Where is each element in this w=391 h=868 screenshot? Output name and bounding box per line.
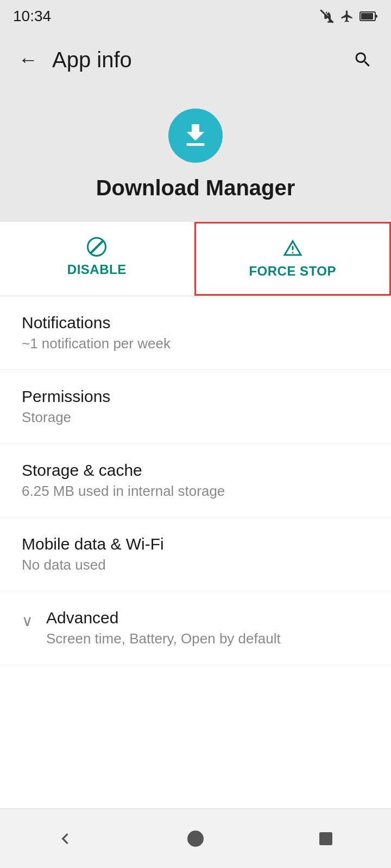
- search-button[interactable]: [348, 44, 378, 75]
- notifications-content: Notifications ~1 notification per week: [22, 314, 369, 352]
- app-name: Download Manager: [96, 176, 295, 200]
- nav-back-button[interactable]: [43, 817, 87, 860]
- content-list: Notifications ~1 notification per week P…: [0, 296, 391, 808]
- mobile-data-item[interactable]: Mobile data & Wi-Fi No data used: [0, 518, 391, 591]
- advanced-title: Advanced: [46, 609, 369, 627]
- disable-button[interactable]: DISABLE: [0, 222, 194, 296]
- app-header: Download Manager: [0, 87, 391, 222]
- mobile-data-subtitle: No data used: [22, 557, 369, 573]
- search-icon: [353, 50, 373, 69]
- storage-cache-content: Storage & cache 6.25 MB used in internal…: [22, 461, 369, 500]
- warning-icon: [283, 239, 302, 258]
- nav-recents-icon: [317, 830, 335, 847]
- svg-point-5: [187, 831, 204, 847]
- advanced-content: Advanced Screen time, Battery, Open by d…: [46, 609, 369, 647]
- force-stop-button[interactable]: FORCE STOP: [194, 222, 392, 296]
- permissions-content: Permissions Storage: [22, 387, 369, 426]
- permissions-subtitle: Storage: [22, 409, 369, 426]
- download-icon: [180, 120, 211, 151]
- advanced-item[interactable]: ∨ Advanced Screen time, Battery, Open by…: [0, 591, 391, 665]
- advanced-subtitle: Screen time, Battery, Open by default: [46, 630, 369, 647]
- storage-cache-item[interactable]: Storage & cache 6.25 MB used in internal…: [0, 444, 391, 518]
- notifications-item[interactable]: Notifications ~1 notification per week: [0, 296, 391, 370]
- storage-cache-title: Storage & cache: [22, 461, 369, 480]
- airplane-icon: [340, 9, 354, 23]
- svg-rect-6: [319, 832, 332, 845]
- notifications-title: Notifications: [22, 314, 369, 332]
- battery-icon: [360, 9, 378, 23]
- status-time: 10:34: [13, 8, 51, 25]
- bottom-nav: [0, 808, 391, 868]
- page-title: App info: [43, 48, 348, 72]
- disable-label: DISABLE: [67, 262, 127, 277]
- force-stop-label: FORCE STOP: [249, 264, 336, 279]
- svg-point-4: [292, 252, 293, 253]
- svg-rect-2: [361, 13, 373, 20]
- status-bar: 10:34: [0, 0, 391, 33]
- action-row: DISABLE FORCE STOP: [0, 222, 391, 296]
- chevron-down-icon: ∨: [22, 612, 33, 630]
- back-arrow-icon: ←: [18, 48, 38, 71]
- notifications-subtitle: ~1 notification per week: [22, 335, 369, 352]
- top-bar: ← App info: [0, 33, 391, 87]
- nav-home-icon: [186, 829, 205, 848]
- nav-recents-button[interactable]: [304, 817, 348, 860]
- app-icon: [168, 108, 223, 163]
- status-icons: [319, 9, 378, 24]
- mobile-data-title: Mobile data & Wi-Fi: [22, 535, 369, 553]
- permissions-title: Permissions: [22, 387, 369, 406]
- back-button[interactable]: ←: [13, 44, 43, 75]
- mobile-data-content: Mobile data & Wi-Fi No data used: [22, 535, 369, 573]
- nav-home-button[interactable]: [174, 817, 217, 860]
- permissions-item[interactable]: Permissions Storage: [0, 370, 391, 444]
- storage-cache-subtitle: 6.25 MB used in internal storage: [22, 483, 369, 500]
- nav-back-icon: [54, 828, 76, 850]
- disable-icon: [87, 237, 106, 257]
- mute-icon: [319, 9, 335, 24]
